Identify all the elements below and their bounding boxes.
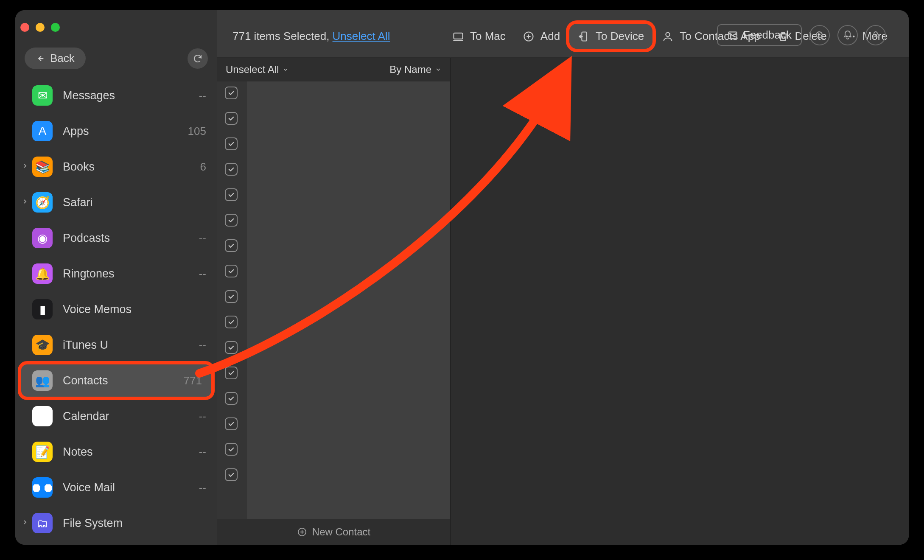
list-item-cell (246, 84, 442, 102)
search-button[interactable] (809, 25, 830, 45)
to-mac-label: To Mac (470, 30, 506, 43)
refresh-button[interactable] (188, 48, 208, 69)
arrow-left-icon (36, 54, 45, 63)
person-icon (662, 31, 674, 42)
checkbox[interactable] (225, 367, 238, 379)
list-item[interactable] (217, 137, 450, 150)
checkbox[interactable] (225, 214, 238, 227)
maximize-window-button[interactable] (51, 23, 60, 32)
checkbox[interactable] (225, 290, 238, 303)
list-item[interactable] (217, 367, 450, 379)
account-button[interactable] (865, 25, 886, 45)
list-item-cell (246, 211, 442, 229)
list-item[interactable] (217, 214, 450, 227)
voicememos-icon: ▮ (32, 299, 53, 319)
sidebar-item-ringtones[interactable]: 🔔Ringtones-- (15, 256, 217, 291)
sidebar-item-messages[interactable]: ✉Messages-- (15, 78, 217, 113)
list-item[interactable] (217, 290, 450, 303)
feedback-label: Feedback (743, 28, 792, 42)
list-item-cell (246, 364, 442, 382)
list-item-cell (246, 109, 442, 127)
sidebar-item-voicemail[interactable]: ⏺⏺Voice Mail-- (15, 470, 217, 505)
minimize-window-button[interactable] (36, 23, 45, 32)
messages-icon: ✉ (32, 85, 53, 106)
checkbox[interactable] (225, 188, 238, 201)
checkbox[interactable] (225, 112, 238, 125)
chevron-down-icon (282, 66, 289, 73)
list-item[interactable] (217, 87, 450, 99)
new-contact-button[interactable]: New Contact (217, 519, 450, 545)
sidebar-item-voicememos[interactable]: ▮Voice Memos (15, 291, 217, 327)
notifications-button[interactable] (837, 25, 858, 45)
sort-label: By Name (389, 64, 431, 76)
sidebar-item-apps[interactable]: AApps105 (15, 113, 217, 149)
sidebar-top: Back (15, 42, 217, 78)
window-traffic-lights (20, 23, 60, 32)
selection-label: 771 items Selected, (232, 30, 333, 42)
sidebar-item-books[interactable]: 📚Books6 (15, 149, 217, 185)
list-item-cell (246, 186, 442, 204)
checkbox[interactable] (225, 417, 238, 430)
sidebar-item-count: 105 (188, 125, 206, 138)
unselect-all-link[interactable]: Unselect All (333, 30, 390, 42)
list-item[interactable] (217, 468, 450, 481)
back-button[interactable]: Back (25, 48, 86, 69)
sidebar-item-label: Books (63, 160, 190, 174)
sidebar-item-label: Ringtones (63, 267, 189, 280)
header-right: Feedback (717, 24, 886, 46)
list-body[interactable] (217, 81, 450, 519)
checkbox[interactable] (225, 341, 238, 354)
voicemail-icon: ⏺⏺ (32, 477, 53, 498)
list-item-cell (246, 160, 442, 178)
back-label: Back (50, 52, 75, 65)
list-item[interactable] (217, 188, 450, 201)
sidebar-item-count: 6 (200, 160, 206, 174)
to-mac-button[interactable]: To Mac (445, 25, 513, 47)
checkbox[interactable] (225, 239, 238, 252)
sidebar-list: ✉Messages--AApps105📚Books6🧭Safari◉Podcas… (15, 78, 217, 545)
content-area: Unselect All By Name New Contact (217, 58, 909, 545)
list-item-cell (246, 415, 442, 433)
sidebar-item-filesystem[interactable]: 🗂File System (15, 505, 217, 541)
list-item[interactable] (217, 163, 450, 176)
apps-icon: A (32, 121, 53, 141)
sidebar-item-calendar[interactable]: 5Calendar-- (15, 398, 217, 434)
list-item[interactable] (217, 265, 450, 277)
checkbox[interactable] (225, 87, 238, 99)
sort-dropdown[interactable]: By Name (389, 64, 442, 76)
list-item[interactable] (217, 392, 450, 405)
unselect-all-dropdown[interactable]: Unselect All (226, 64, 289, 76)
add-button[interactable]: Add (515, 25, 568, 47)
list-item[interactable] (217, 239, 450, 252)
to-device-button[interactable]: To Device (569, 24, 652, 49)
list-item[interactable] (217, 443, 450, 456)
list-item[interactable] (217, 316, 450, 328)
sidebar: Back ✉Messages--AApps105📚Books6🧭Safari◉P… (15, 10, 217, 545)
sidebar-item-count: -- (199, 481, 206, 494)
app-window: Feedback Back ✉Messages--AApps105📚Books6… (15, 10, 909, 545)
sidebar-item-count: -- (199, 410, 206, 423)
refresh-icon (193, 53, 203, 64)
close-window-button[interactable] (20, 23, 29, 32)
sidebar-item-podcasts[interactable]: ◉Podcasts-- (15, 220, 217, 256)
checkbox[interactable] (225, 316, 238, 328)
checkbox[interactable] (225, 443, 238, 456)
sidebar-item-safari[interactable]: 🧭Safari (15, 185, 217, 220)
user-icon (871, 30, 881, 40)
list-item[interactable] (217, 341, 450, 354)
checkbox[interactable] (225, 265, 238, 277)
feedback-button[interactable]: Feedback (717, 24, 802, 46)
filesystem-icon: 🗂 (32, 513, 53, 533)
device-icon (578, 31, 590, 42)
new-contact-label: New Contact (312, 526, 370, 538)
checkbox[interactable] (225, 468, 238, 481)
sidebar-item-contacts[interactable]: 👥Contacts771 (20, 363, 213, 398)
checkbox[interactable] (225, 137, 238, 150)
sidebar-item-itunesu[interactable]: 🎓iTunes U-- (15, 327, 217, 363)
sidebar-item-notes[interactable]: 📝Notes-- (15, 434, 217, 470)
list-item[interactable] (217, 417, 450, 430)
list-item[interactable] (217, 112, 450, 125)
checkbox[interactable] (225, 163, 238, 176)
checkbox[interactable] (225, 392, 238, 405)
list-item-cell (246, 135, 442, 153)
